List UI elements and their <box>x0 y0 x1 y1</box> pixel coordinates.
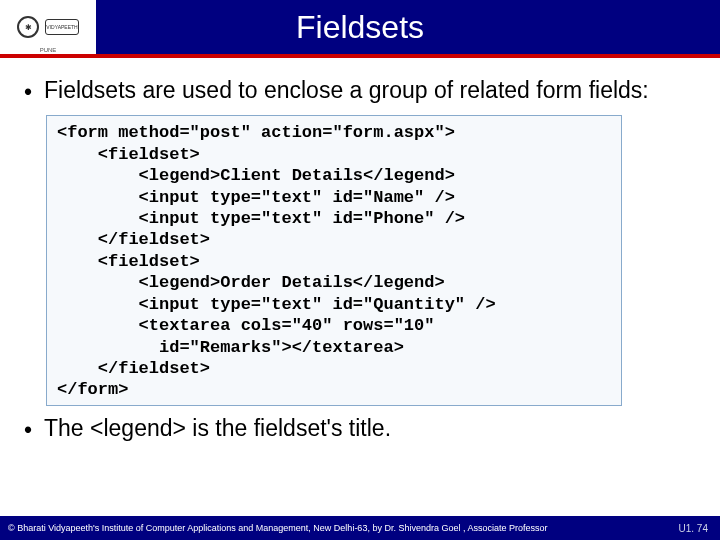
bullet-dot-icon: • <box>24 76 44 107</box>
slide-header: ✱ VIDYAPEETH PUNE Fieldsets <box>0 0 720 58</box>
code-snippet: <form method="post" action="form.aspx"> … <box>57 122 611 400</box>
bullet-item: • Fieldsets are used to enclose a group … <box>24 76 696 107</box>
bullet-text: The <legend> is the fieldset's title. <box>44 414 391 443</box>
code-example-box: <form method="post" action="form.aspx"> … <box>46 115 622 405</box>
slide-title: Fieldsets <box>96 9 720 46</box>
copyright-text: © Bharati Vidyapeeth's Institute of Comp… <box>8 523 679 533</box>
slide-footer: © Bharati Vidyapeeth's Institute of Comp… <box>0 516 720 540</box>
bullet-text: Fieldsets are used to enclose a group of… <box>44 76 649 105</box>
slide-content: • Fieldsets are used to enclose a group … <box>0 58 720 445</box>
seal-icon: ✱ <box>17 16 39 38</box>
logo-subtext: PUNE <box>40 47 57 53</box>
page-number: U1. 74 <box>679 523 712 534</box>
bullet-item: • The <legend> is the fieldset's title. <box>24 414 696 445</box>
bullet-dot-icon: • <box>24 414 44 445</box>
logo-banner: VIDYAPEETH <box>45 19 79 35</box>
institution-logo: ✱ VIDYAPEETH PUNE <box>0 0 96 54</box>
